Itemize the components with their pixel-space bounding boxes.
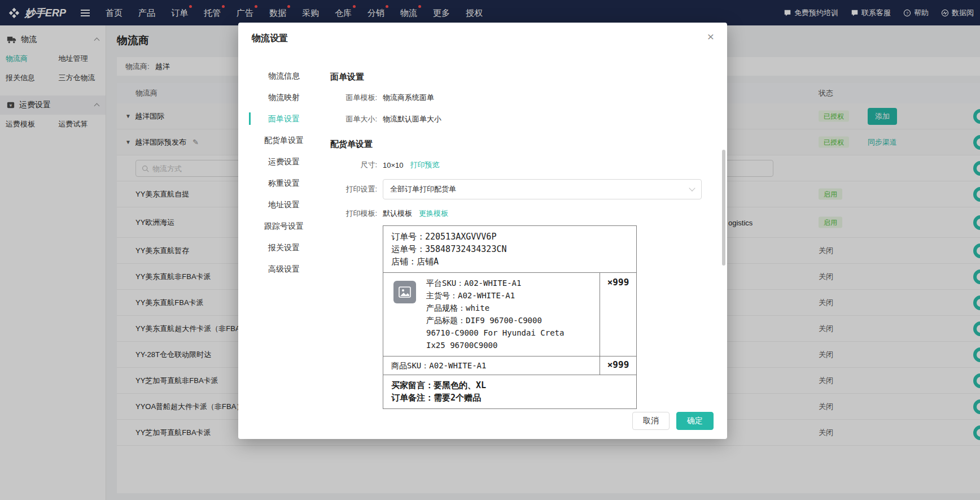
modal-content: 面单设置 面单模板: 物流商系统面单 面单大小: 物流默认面单大小 配货单设置 … — [330, 65, 705, 409]
section-heading-face-sheet: 面单设置 — [330, 72, 705, 82]
close-icon[interactable]: × — [702, 28, 719, 45]
field-value: 10×10 — [383, 161, 404, 169]
print-setting-row: 打印设置: 全部订单打印配货单 — [330, 179, 705, 199]
change-template-link[interactable]: 更换模板 — [419, 208, 448, 219]
field-value: 物流商系统面单 — [383, 93, 434, 103]
tab-address-settings[interactable]: 地址设置 — [249, 194, 319, 215]
confirm-button[interactable]: 确定 — [676, 412, 714, 430]
field-value: 默认模板 — [383, 208, 412, 219]
field-label: 面单模板: — [330, 93, 377, 103]
preview-order-no: 订单号：220513AXGVVV6P — [391, 231, 628, 243]
print-setting-select[interactable]: 全部订单打印配货单 — [383, 179, 702, 199]
logistics-settings-modal: 物流设置 × 物流信息 物流映射 面单设置 配货单设置 运费设置 称重设置 地址… — [238, 23, 727, 439]
product-image-placeholder-icon — [393, 281, 416, 303]
face-sheet-size-row: 面单大小: 物流默认面单大小 — [330, 114, 705, 124]
cancel-button[interactable]: 取消 — [632, 412, 670, 430]
picking-slip-preview: 订单号：220513AXGVVV6P 运单号：35848732434323CN … — [383, 225, 637, 409]
preview-buyer-note: 买家留言：要黑色的、XL — [391, 379, 628, 392]
modal-footer: 取消 确定 — [632, 412, 714, 430]
tab-advanced-settings[interactable]: 高级设置 — [249, 258, 319, 280]
tab-logistics-info[interactable]: 物流信息 — [249, 65, 319, 86]
section-heading-picking-slip: 配货单设置 — [330, 139, 705, 150]
modal-tab-list: 物流信息 物流映射 面单设置 配货单设置 运费设置 称重设置 地址设置 跟踪号设… — [249, 65, 319, 280]
picking-size-row: 尺寸: 10×10 打印预览 — [330, 160, 705, 170]
field-label: 打印设置: — [330, 184, 377, 194]
print-template-row: 打印模板: 默认模板 更换模板 — [330, 208, 705, 219]
tab-customs-settings[interactable]: 报关设置 — [249, 237, 319, 258]
preview-sku-quantity: ×999 — [600, 356, 636, 375]
chevron-down-icon — [689, 185, 695, 191]
field-label: 尺寸: — [330, 160, 377, 170]
app-page: 妙手ERP 首页 产品 订单 托管 广告 数据 采购 仓库 分销 物流 更多 授… — [0, 0, 980, 500]
preview-quantity: ×999 — [600, 273, 636, 356]
select-value: 全部订单打印配货单 — [390, 184, 456, 194]
tab-face-sheet-settings[interactable]: 面单设置 — [249, 108, 319, 129]
modal-title: 物流设置 — [252, 33, 288, 45]
print-preview-link[interactable]: 打印预览 — [410, 160, 440, 170]
field-value: 物流默认面单大小 — [383, 114, 441, 124]
preview-shop: 店铺：店铺A — [391, 255, 628, 268]
preview-product-lines: 平台SKU：A02-WHITE-A1 主货号：A02-WHITE-A1 产品规格… — [426, 273, 600, 356]
tab-picking-slip-settings[interactable]: 配货单设置 — [249, 129, 319, 151]
field-label: 打印模板: — [330, 208, 377, 219]
tab-weighing-settings[interactable]: 称重设置 — [249, 172, 319, 194]
preview-order-note: 订单备注：需要2个赠品 — [391, 392, 628, 404]
preview-sku-line: 商品SKU：A02-WHITE-A1 — [383, 356, 600, 375]
preview-waybill-no: 运单号：35848732434323CN — [391, 243, 628, 255]
field-label: 面单大小: — [330, 114, 377, 124]
modal-scrollbar-thumb[interactable] — [722, 150, 725, 266]
tab-tracking-number-settings[interactable]: 跟踪号设置 — [249, 215, 319, 237]
face-sheet-template-row: 面单模板: 物流商系统面单 — [330, 93, 705, 103]
tab-logistics-mapping[interactable]: 物流映射 — [249, 86, 319, 108]
tab-freight-settings[interactable]: 运费设置 — [249, 151, 319, 172]
